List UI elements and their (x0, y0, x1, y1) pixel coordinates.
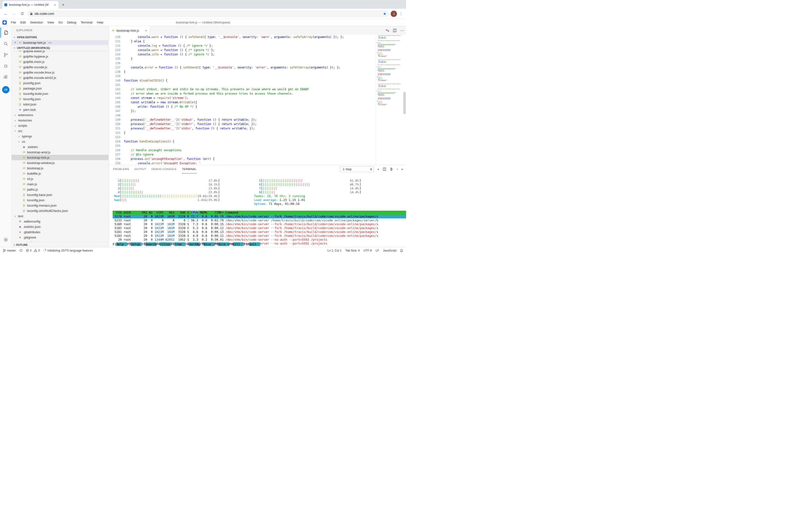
tree-item[interactable]: JSgulpfile.vscode.win32.js (12, 75, 109, 80)
tree-item[interactable]: ◉.eslintrc.json (12, 224, 109, 229)
tree-item[interactable]: {}tsconfig.base.json (12, 192, 109, 198)
debug-icon[interactable] (0, 61, 11, 71)
new-terminal-icon[interactable]: + (377, 167, 379, 171)
htop-process-row[interactable]: 5183 root 20 0 1021M 181M 3328 S 4.0 0.6… (113, 234, 406, 238)
branch-indicator[interactable]: master (3, 249, 16, 252)
browser-tab[interactable]: bootstrap-fork.js — Untitled (W × (2, 1, 59, 9)
close-icon[interactable]: × (13, 41, 17, 44)
tree-item[interactable]: JSgulpfile.vscode.js (12, 64, 109, 70)
panel-tab-output[interactable]: OUTPUT (134, 165, 146, 173)
close-panel-icon[interactable]: × (401, 167, 403, 171)
editor-tab-active[interactable]: JS bootstrap-fork.js × (109, 26, 149, 35)
tree-item[interactable]: {}jsconfig.json (12, 80, 109, 86)
more-actions-icon[interactable]: ⋯ (400, 28, 404, 33)
status-item[interactable]: JavaScript (383, 249, 396, 252)
avatar[interactable]: J (391, 11, 397, 17)
tree-item[interactable]: {}tsconfig.json (12, 198, 109, 203)
tree-item[interactable]: ›extensions (12, 112, 109, 118)
tree-item[interactable]: ◆.gitignore (12, 235, 109, 240)
tree-item[interactable]: ›typings (12, 133, 109, 139)
tree-item[interactable]: ›scripts (12, 123, 109, 128)
maximize-panel-icon[interactable]: › (395, 169, 399, 170)
status-item[interactable]: Ln 1, Col 1 (327, 249, 341, 252)
tree-item[interactable]: □.mention-bot (12, 240, 109, 242)
open-changes-icon[interactable] (386, 29, 389, 33)
tree-item[interactable]: {}tsconfig.monaco.json (12, 203, 109, 208)
tree-item[interactable]: JSbootstrap.js (12, 165, 109, 171)
forward-icon[interactable]: → (11, 10, 17, 17)
tree-item[interactable]: JSgulpfile.editor.js (12, 51, 109, 54)
tree-item[interactable]: {}tsconfig.strictNullChecks.json (12, 208, 109, 213)
tree-item[interactable]: JSgulpfile.hygiene.js (12, 54, 109, 59)
search-icon[interactable] (0, 39, 11, 49)
htop-process-row[interactable]: 5181 root 20 0 1021M 181M 3328 S 4.6 0.6… (113, 230, 406, 234)
open-editor-item[interactable]: × JS bootstrap-fork.js src (12, 40, 109, 45)
back-icon[interactable]: ← (2, 10, 9, 17)
panel-tab-problems[interactable]: PROBLEMS (113, 165, 129, 173)
tree-item[interactable]: {}tsconfig.build.json (12, 91, 109, 96)
open-editors-header[interactable]: › OPEN EDITORS (12, 35, 109, 40)
htop-process-row[interactable]: 20 root 20 0 1344M 62052 1952 S 3.3 0.2 … (113, 238, 406, 242)
status-item[interactable]: UTF-8 (364, 249, 372, 252)
tree-item[interactable]: ◆.gitattributes (12, 229, 109, 235)
settings-gear-icon[interactable] (0, 235, 11, 245)
tree-item[interactable]: ›resources (12, 118, 109, 123)
split-editor-icon[interactable] (393, 29, 397, 33)
tree-item[interactable]: JScli.js (12, 176, 109, 181)
panel-tab-terminal[interactable]: TERMINAL (182, 165, 196, 173)
menu-debug[interactable]: Debug (65, 19, 78, 26)
workspace-header[interactable]: › UNTITLED (WORKSPACE) (12, 45, 109, 51)
menu-go[interactable]: Go (56, 19, 65, 26)
reload-icon[interactable] (19, 10, 25, 17)
new-tab-button[interactable]: + (60, 2, 66, 8)
close-tab-icon[interactable]: × (53, 3, 57, 7)
status-item[interactable]: Tab Size: 4 (346, 249, 360, 252)
menu-view[interactable]: View (45, 19, 56, 26)
htop-process-row[interactable]: 5182 root 20 0 1021M 181M 3328 R 5.3 0.6… (113, 226, 406, 230)
sync-button[interactable] (19, 249, 22, 252)
status-item[interactable]: LF (376, 249, 379, 252)
menu-selection[interactable]: Selection (28, 19, 45, 26)
tree-item[interactable]: JSbootstrap-fork.js (12, 155, 109, 160)
source-control-icon[interactable] (0, 50, 11, 60)
tree-item[interactable]: ›vs (12, 139, 109, 144)
htop-process-row[interactable]: 5233 root 20 0 0 0 0 Z 36.3 0.0 0:02.79 … (113, 218, 406, 222)
terminal[interactable]: 1[||||||||||17.8%]2[||||||||16.1%]3[||||… (109, 173, 406, 247)
browser-menu-icon[interactable]: ⋮ (398, 12, 404, 16)
collaboration-off-badge[interactable]: Off (2, 86, 9, 93)
tree-item[interactable]: ›test (12, 213, 109, 219)
tree-item[interactable]: JSbootstrap-amd.js (12, 150, 109, 155)
tree-item[interactable]: JSgulpfile.mixin.js (12, 59, 109, 64)
problems-indicator[interactable]: 0 0 (26, 249, 40, 252)
htop-process-row[interactable]: 5178 root 20 0 1021M 181M 3328 R 72.7 0.… (113, 215, 406, 218)
menu-help[interactable]: Help (95, 19, 106, 26)
menu-terminal[interactable]: Terminal (78, 19, 95, 26)
tree-item[interactable]: {}package.json (12, 86, 109, 91)
tree-item[interactable]: JSpaths.js (12, 187, 109, 192)
bookmark-star-icon[interactable]: ★ (383, 12, 386, 16)
kill-terminal-icon[interactable] (390, 167, 393, 171)
terminal-select[interactable]: 1: htop (340, 166, 374, 172)
notifications-bell-icon[interactable] (400, 249, 403, 252)
tree-item[interactable]: JSbootstrap-window.js (12, 160, 109, 165)
minimap[interactable] (376, 35, 403, 165)
tree-item[interactable]: JSmain.js (12, 181, 109, 187)
tree-item[interactable]: ◆yarn.lock (12, 107, 109, 112)
tree-item[interactable]: {}tslint.json (12, 102, 109, 107)
tree-item[interactable]: ›src (12, 128, 109, 133)
menu-file[interactable]: File (9, 19, 18, 26)
tree-item[interactable]: {}tsconfig.json (12, 96, 109, 102)
close-icon[interactable]: × (145, 29, 147, 33)
htop-process-row[interactable]: 5180 root 20 0 1021M 181M 3328 S 7.3 0.6… (113, 222, 406, 226)
extensions-icon[interactable] (0, 72, 11, 82)
tree-item[interactable]: JSgulpfile.vscode.linux.js (12, 70, 109, 75)
address-bar[interactable]: ide.coder.com ★ (27, 10, 389, 17)
code-editor[interactable]: 1301311321331341351361371381391401411421… (109, 35, 406, 165)
split-terminal-icon[interactable] (383, 167, 386, 171)
editor-scrollbar[interactable] (403, 92, 406, 114)
menu-edit[interactable]: Edit (18, 19, 28, 26)
tree-item[interactable]: ⚙.editorconfig (12, 219, 109, 224)
app-logo[interactable] (2, 20, 7, 25)
explorer-icon[interactable] (0, 27, 11, 38)
panel-tab-debug-console[interactable]: DEBUG CONSOLE (151, 165, 177, 173)
